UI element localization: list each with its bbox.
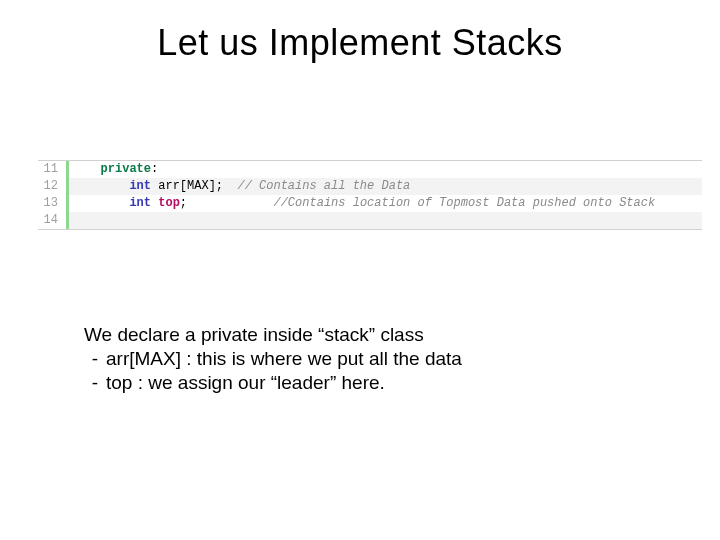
code-content: int arr[MAX]; // Contains all the Data [69, 178, 410, 195]
code-content: private: [69, 161, 158, 178]
code-block: 11 private:12 int arr[MAX]; // Contains … [38, 160, 702, 230]
code-line: 11 private: [38, 161, 702, 178]
line-number: 14 [38, 212, 66, 229]
explain-bullet: top : we assign our “leader” here. [84, 371, 660, 395]
code-content: int top; //Contains location of Topmost … [69, 195, 655, 212]
line-number: 11 [38, 161, 66, 178]
explain-intro: We declare a private inside “stack” clas… [84, 323, 660, 347]
explain-bullets: arr[MAX] : this is where we put all the … [84, 347, 660, 395]
explanation: We declare a private inside “stack” clas… [84, 323, 660, 394]
code-line: 14 [38, 212, 702, 229]
line-number: 12 [38, 178, 66, 195]
explain-bullet: arr[MAX] : this is where we put all the … [84, 347, 660, 371]
line-number: 13 [38, 195, 66, 212]
code-line: 13 int top; //Contains location of Topmo… [38, 195, 702, 212]
slide-title: Let us Implement Stacks [0, 0, 720, 64]
code-line: 12 int arr[MAX]; // Contains all the Dat… [38, 178, 702, 195]
gutter-marker [66, 212, 69, 229]
